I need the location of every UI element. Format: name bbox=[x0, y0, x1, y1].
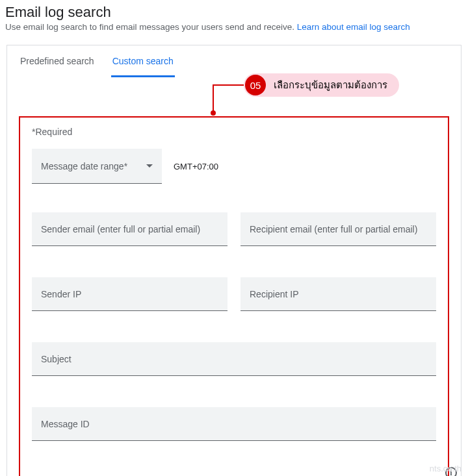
page-title: Email log search bbox=[5, 4, 463, 21]
message-id-field[interactable] bbox=[32, 407, 436, 441]
message-date-range-select[interactable]: Message date range* bbox=[32, 149, 162, 184]
sender-email-field[interactable] bbox=[32, 212, 228, 246]
callout-connector-h bbox=[213, 84, 244, 86]
chevron-down-icon bbox=[146, 164, 153, 168]
subject-field[interactable] bbox=[32, 342, 436, 376]
form-area: *Required Message date range* GMT+07:00 … bbox=[19, 116, 449, 476]
callout-connector-dot bbox=[211, 110, 216, 116]
tabs: Predefined search Custom search bbox=[7, 45, 461, 77]
recipient-ip-field[interactable] bbox=[240, 277, 436, 311]
watermark: nts.co.th bbox=[430, 464, 462, 473]
callout-step-number: 05 bbox=[245, 75, 266, 95]
callout-annotation: 05 เลือกระบุข้อมูลตามต้องการ bbox=[7, 77, 461, 116]
callout-text: เลือกระบุข้อมูลตามต้องการ bbox=[274, 77, 387, 93]
tab-predefined-search[interactable]: Predefined search bbox=[19, 56, 96, 77]
subtitle-text: Use email log search to find email messa… bbox=[5, 22, 297, 32]
learn-more-link[interactable]: Learn about email log search bbox=[297, 22, 410, 32]
search-card: Predefined search Custom search 05 เลือก… bbox=[6, 45, 462, 476]
date-select-label: Message date range* bbox=[41, 161, 127, 171]
tab-custom-search[interactable]: Custom search bbox=[111, 56, 175, 77]
recipient-email-field[interactable] bbox=[240, 212, 436, 246]
sender-ip-field[interactable] bbox=[32, 277, 228, 311]
timezone-label: GMT+07:00 bbox=[174, 162, 218, 171]
callout-pill: 05 เลือกระบุข้อมูลตามต้องการ bbox=[244, 73, 399, 97]
callout-connector-v bbox=[213, 84, 214, 113]
required-label: *Required bbox=[32, 127, 436, 137]
page-subtitle: Use email log search to find email messa… bbox=[5, 22, 463, 32]
